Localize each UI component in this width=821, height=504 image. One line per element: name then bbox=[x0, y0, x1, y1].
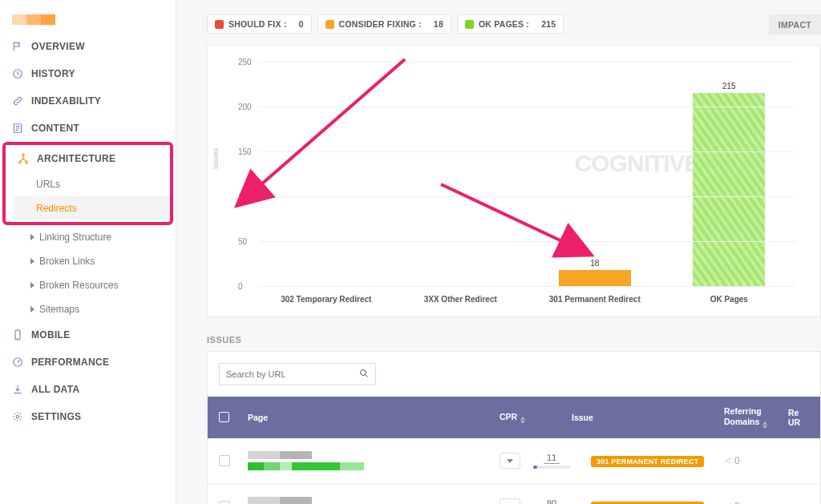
row-checkbox[interactable] bbox=[219, 501, 230, 504]
nav-history[interactable]: HISTORY bbox=[0, 60, 176, 87]
category-label: 302 Temporary Redirect bbox=[259, 295, 394, 304]
red-square-icon bbox=[215, 20, 224, 29]
col-last: Re UR bbox=[788, 408, 809, 427]
nav-indexability[interactable]: INDEXABILITY bbox=[0, 87, 176, 115]
nav-label: ALL DATA bbox=[31, 384, 79, 395]
filter-consider-fixing[interactable]: CONSIDER FIXING : 18 bbox=[317, 14, 451, 34]
nav-label: ARCHITECTURE bbox=[37, 153, 115, 164]
nav-architecture[interactable]: ARCHITECTURE bbox=[6, 145, 170, 172]
svg-point-4 bbox=[26, 162, 27, 163]
table-header: Page CPR Issue Referring Domains Re UR bbox=[208, 397, 820, 438]
sub-label: Broken Links bbox=[39, 256, 95, 267]
bar-value-label: 18 bbox=[590, 259, 599, 268]
svg-point-13 bbox=[730, 462, 731, 464]
issue-badge: 301 PERMANENT REDIRECT bbox=[591, 456, 704, 467]
nav-content[interactable]: CONTENT bbox=[0, 115, 176, 142]
svg-point-12 bbox=[730, 458, 731, 460]
expand-button[interactable] bbox=[499, 498, 520, 504]
orange-square-icon bbox=[326, 20, 334, 29]
svg-point-2 bbox=[22, 154, 24, 155]
search-input[interactable] bbox=[226, 369, 359, 379]
pill-value: 215 bbox=[541, 19, 556, 29]
subnav-sitemaps[interactable]: Sitemaps bbox=[8, 297, 176, 321]
nav-performance[interactable]: PERFORMANCE bbox=[0, 349, 176, 376]
cpr-cell: 80 bbox=[532, 498, 572, 504]
bar-col[interactable]: 215 bbox=[662, 82, 797, 286]
nav-overview[interactable]: OVERVIEW bbox=[0, 33, 176, 60]
clock-icon bbox=[12, 68, 23, 79]
chevron-right-icon bbox=[30, 282, 34, 288]
issues-card: Page CPR Issue Referring Domains Re UR 1… bbox=[207, 351, 821, 504]
bar-col[interactable]: 18 bbox=[528, 259, 662, 286]
table-row: 80 301 PERMANENT REDIRECT 0 bbox=[208, 484, 820, 504]
nav-settings[interactable]: SETTINGS bbox=[0, 403, 176, 430]
svg-point-11 bbox=[726, 460, 727, 462]
y-tick: 0 bbox=[238, 282, 243, 291]
link-icon bbox=[12, 95, 23, 107]
nav-all-data[interactable]: ALL DATA bbox=[0, 376, 176, 403]
nav-label: SETTINGS bbox=[31, 411, 81, 422]
category-label: 3XX Other Redirect bbox=[394, 295, 528, 304]
gear-icon bbox=[12, 411, 23, 422]
col-cpr[interactable]: CPR bbox=[499, 412, 572, 424]
expand-button[interactable] bbox=[499, 453, 520, 469]
col-page[interactable]: Page bbox=[248, 413, 499, 422]
issues-header: ISSUES bbox=[192, 317, 821, 351]
pill-label: SHOULD FIX : bbox=[229, 19, 286, 29]
green-square-icon bbox=[465, 20, 474, 29]
sub-label: Linking Structure bbox=[39, 232, 111, 243]
category-label: OK Pages bbox=[662, 295, 797, 304]
pill-value: 0 bbox=[299, 19, 304, 29]
sub-label: Broken Resources bbox=[39, 280, 119, 291]
subnav-broken-links[interactable]: Broken Links bbox=[8, 249, 176, 273]
y-tick: 150 bbox=[238, 147, 252, 156]
chart-plot: 18215 302 Temporary Redirect3XX Other Re… bbox=[246, 62, 796, 286]
subnav-urls[interactable]: URLs bbox=[14, 172, 170, 196]
search-box[interactable] bbox=[219, 363, 376, 385]
sort-icon bbox=[520, 417, 525, 424]
subnav-redirects[interactable]: Redirects bbox=[14, 196, 170, 220]
col-issue[interactable]: Issue bbox=[572, 413, 724, 422]
sub-label: Sitemaps bbox=[39, 304, 79, 315]
impact-button[interactable]: IMPACT bbox=[769, 14, 821, 35]
chart-bar bbox=[559, 270, 631, 286]
svg-point-3 bbox=[19, 162, 21, 163]
referring-cell: 0 bbox=[724, 501, 788, 504]
search-row bbox=[208, 352, 820, 397]
chart-card: COGNITIVESEO Issues 18215 302 Temporary … bbox=[207, 45, 821, 317]
sub-label: Redirects bbox=[36, 203, 77, 214]
subnav-linking-structure[interactable]: Linking Structure bbox=[8, 225, 176, 249]
flag-icon bbox=[12, 41, 23, 52]
referring-cell: 0 bbox=[724, 455, 788, 466]
filter-bar: SHOULD FIX : 0 CONSIDER FIXING : 18 OK P… bbox=[192, 0, 821, 45]
table-body: 11 301 PERMANENT REDIRECT 0 80 301 PERMA… bbox=[208, 438, 820, 504]
nav-mobile[interactable]: MOBILE bbox=[0, 321, 176, 349]
tree-icon bbox=[18, 153, 29, 164]
nav-label: PERFORMANCE bbox=[31, 357, 109, 368]
mobile-icon bbox=[12, 329, 23, 341]
sidebar: OVERVIEW HISTORY INDEXABILITY CONTENT AR… bbox=[0, 0, 176, 504]
cpr-value: 11 bbox=[544, 453, 560, 464]
y-tick: 50 bbox=[238, 237, 247, 246]
row-checkbox[interactable] bbox=[219, 455, 230, 466]
nav-label: HISTORY bbox=[31, 68, 75, 79]
nav-label: OVERVIEW bbox=[31, 41, 85, 52]
sub-label: URLs bbox=[36, 179, 60, 190]
y-tick: 200 bbox=[238, 103, 252, 111]
subnav-broken-resources[interactable]: Broken Resources bbox=[8, 273, 176, 297]
y-axis-label: Issues bbox=[212, 148, 220, 169]
nav-label: INDEXABILITY bbox=[31, 95, 101, 107]
filter-ok-pages[interactable]: OK PAGES : 215 bbox=[457, 14, 564, 34]
cpr-cell: 11 bbox=[532, 453, 572, 469]
col-referring[interactable]: Referring Domains bbox=[724, 406, 788, 429]
y-tick: 100 bbox=[238, 192, 252, 201]
filter-should-fix[interactable]: SHOULD FIX : 0 bbox=[207, 14, 312, 34]
page-url-placeholder[interactable] bbox=[248, 497, 499, 504]
select-all-checkbox[interactable] bbox=[219, 412, 229, 422]
pill-label: OK PAGES : bbox=[479, 19, 529, 29]
page-url-placeholder[interactable] bbox=[248, 451, 499, 470]
cpr-value: 80 bbox=[544, 498, 560, 504]
nav-label: CONTENT bbox=[31, 123, 79, 134]
chevron-right-icon bbox=[30, 234, 34, 240]
main-area: SHOULD FIX : 0 CONSIDER FIXING : 18 OK P… bbox=[176, 0, 821, 504]
